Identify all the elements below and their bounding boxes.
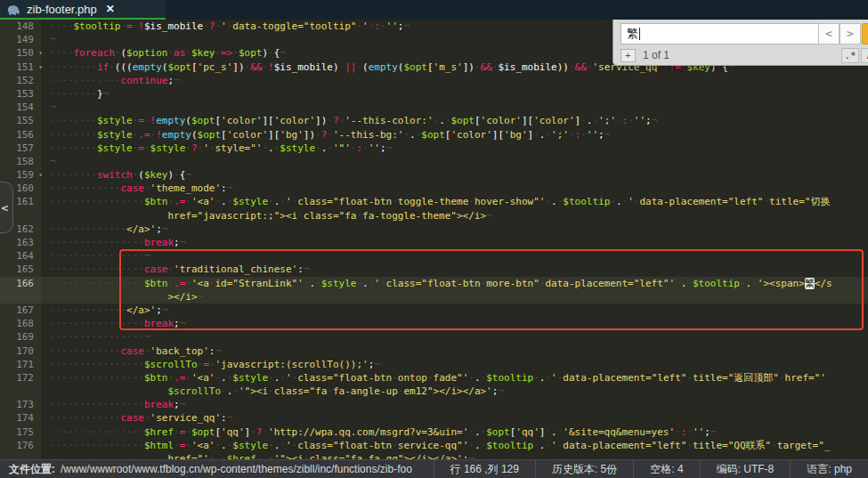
line-number — [0, 385, 41, 398]
code-text[interactable]: href="javascript:;"><i·class="fa·fa-togg… — [41, 209, 868, 223]
code-line[interactable]: 170············case·'back_top':¬ — [0, 344, 868, 358]
code-line[interactable]: 174············case·'service_qq':¬ — [0, 411, 868, 425]
status-language[interactable]: 语言: php — [790, 460, 868, 478]
code-line[interactable]: 166················$btn·.=·'<a·id="Stran… — [0, 277, 868, 290]
code-line[interactable]: 172················$btn·.=·'<a'·.·$style… — [0, 371, 868, 385]
code-line[interactable]: 168················break;¬ — [0, 317, 868, 330]
line-number: 163 — [0, 236, 41, 249]
code-text[interactable]: ················$html·=·'<a'·.·$style·.·… — [41, 439, 868, 452]
code-text[interactable]: ········$style·=·$style·?·'·style="'·.·$… — [41, 142, 868, 155]
code-line[interactable]: 154¬ — [0, 101, 868, 114]
line-number: 152 — [0, 74, 41, 87]
code-line[interactable]: $scrollTo·.·'"><i·class="fa·fa-angle-up·… — [0, 385, 868, 398]
tab-close-icon[interactable]: ✕ — [106, 3, 115, 15]
code-text[interactable]: ················break;¬ — [41, 317, 868, 330]
code-text[interactable]: ········}¬ — [41, 87, 868, 101]
status-file-path: 文件位置:/www/wwwroot/www.tfblog.cn/wp-conte… — [0, 462, 434, 477]
status-history-versions[interactable]: 历史版本: 5份 — [535, 460, 633, 478]
line-number: 171 — [0, 358, 41, 371]
code-line[interactable]: ></i>¬ — [0, 290, 868, 304]
search-next-button[interactable]: > — [840, 23, 861, 45]
code-text[interactable]: ¬ — [41, 101, 868, 114]
code-text[interactable]: ········$style·.=·!empty($opt['color']['… — [41, 128, 868, 142]
code-text[interactable]: ················$btn·.=·'<a'·.·$style·.·… — [41, 371, 868, 385]
code-line[interactable]: 173················break;¬ — [0, 398, 868, 411]
code-line[interactable]: href="javascript:;"><i·class="fa·fa-togg… — [0, 209, 868, 223]
code-editor[interactable]: 148····$tooltip·=·!$is_mobile·?·'·data-t… — [0, 20, 868, 459]
code-line[interactable]: 162·············</a>';¬ — [0, 223, 868, 236]
code-line[interactable]: 176················$html·=·'<a'·.·$style… — [0, 439, 868, 452]
code-text[interactable]: ················break;¬ — [41, 398, 868, 411]
chevron-left-icon: < — [2, 201, 9, 215]
line-number: 154 — [0, 101, 41, 114]
code-line[interactable]: 159▾········switch·($key)·{¬ — [0, 168, 868, 182]
code-text[interactable]: ················$scrollTo·=·'javascript:… — [41, 358, 868, 371]
code-text[interactable]: ················$href·=·$opt['qq']·?·'ht… — [41, 425, 868, 439]
toggle-replace-button[interactable]: + — [621, 49, 636, 62]
code-line[interactable]: href="'·.·$href·.·'"><i·class="fa·fa-qq"… — [0, 452, 868, 459]
line-number: 174 — [0, 411, 41, 425]
fold-caret-icon[interactable]: ▾ — [38, 46, 43, 60]
code-line[interactable]: 155········$style·=·!empty($opt['color']… — [0, 114, 868, 127]
code-line[interactable]: 165················case·'traditional_chi… — [0, 263, 868, 276]
code-text[interactable]: ················¬ — [41, 249, 868, 263]
line-number: 176 — [0, 439, 41, 452]
line-number: 173 — [0, 398, 41, 411]
code-text[interactable]: ¬ — [41, 155, 868, 168]
search-input[interactable]: 繁 — [621, 23, 825, 45]
sidebar-collapse-handle[interactable]: < — [0, 182, 13, 233]
code-line[interactable]: 161················$btn·.=·'<a'·.·$style… — [0, 195, 868, 208]
case-toggle-button[interactable]: A — [861, 48, 868, 63]
line-number: 170 — [0, 344, 41, 358]
code-line[interactable]: 171················$scrollTo·=·'javascri… — [0, 358, 868, 371]
code-line[interactable]: 175················$href·=·$opt['qq']·?·… — [0, 425, 868, 439]
code-text[interactable]: ············case·'theme_mode':¬ — [41, 182, 868, 195]
code-line[interactable]: 152············continue;¬ — [0, 74, 868, 87]
search-extra-button[interactable] — [862, 23, 868, 45]
line-number: 169 — [0, 330, 41, 344]
status-encoding[interactable]: 编码: UTF-8 — [700, 460, 791, 478]
code-line[interactable]: 153········}¬ — [0, 87, 868, 101]
code-text[interactable]: ·············</a>';¬ — [41, 304, 868, 317]
line-number: 153 — [0, 87, 41, 101]
code-line[interactable]: 169················¬ — [0, 330, 868, 344]
fold-caret-icon[interactable]: ▾ — [38, 168, 43, 182]
code-text[interactable]: ·············</a>';¬ — [41, 223, 868, 236]
code-text[interactable]: ············continue;¬ — [41, 74, 868, 87]
line-number — [0, 452, 41, 459]
line-number: 172 — [0, 371, 41, 385]
line-number: 156 — [0, 128, 41, 142]
line-number: 149 — [0, 33, 41, 46]
code-text[interactable]: ········switch·($key)·{¬ — [41, 168, 868, 182]
fold-caret-icon[interactable]: ▾ — [38, 61, 43, 74]
status-spaces[interactable]: 空格: 4 — [633, 460, 699, 478]
code-text[interactable]: ············case·'back_top':¬ — [41, 344, 868, 358]
code-text[interactable]: ················break;¬ — [41, 236, 868, 249]
code-text[interactable]: ················$btn·.=·'<a'·.·$style·.·… — [41, 195, 868, 208]
code-text[interactable]: ················¬ — [41, 330, 868, 344]
code-line[interactable]: 160············case·'theme_mode':¬ — [0, 182, 868, 195]
code-text[interactable]: ············case·'service_qq':¬ — [41, 411, 868, 425]
text-cursor — [639, 28, 640, 40]
line-number: 167 — [0, 304, 41, 317]
code-text[interactable]: $scrollTo·.·'"><i·class="fa·fa-angle-up·… — [41, 385, 868, 398]
code-line[interactable]: 167·············</a>';¬ — [0, 304, 868, 317]
code-line[interactable]: 163················break;¬ — [0, 236, 868, 249]
file-tab[interactable]: zib-footer.php ✕ — [0, 0, 166, 20]
code-line[interactable]: 158¬ — [0, 155, 868, 168]
code-text[interactable]: ················case·'traditional_chines… — [41, 263, 868, 276]
code-text[interactable]: href="'·.·$href·.·'"><i·class="fa·fa-qq"… — [41, 452, 868, 459]
code-line[interactable]: 156········$style·.=·!empty($opt['color'… — [0, 128, 868, 142]
code-line[interactable]: 157········$style·=·$style·?·'·style="'·… — [0, 142, 868, 155]
code-line[interactable]: 164················¬ — [0, 249, 868, 263]
code-text[interactable]: ········$style·=·!empty($opt['color']['c… — [41, 114, 868, 127]
line-number: 164 — [0, 249, 41, 263]
search-prev-button[interactable]: < — [818, 23, 840, 45]
code-text[interactable]: ················$btn·.=·'<a·id="StranLin… — [41, 277, 868, 290]
code-text[interactable]: ></i>¬ — [41, 290, 868, 304]
regex-toggle-button[interactable]: .* — [841, 48, 859, 63]
code-lines: 148····$tooltip·=·!$is_mobile·?·'·data-t… — [0, 20, 868, 459]
line-number: 151▾ — [0, 61, 41, 74]
tab-bar: zib-footer.php ✕ — [0, 0, 868, 20]
status-cursor-position[interactable]: 行 166 ,列 129 — [434, 460, 535, 478]
